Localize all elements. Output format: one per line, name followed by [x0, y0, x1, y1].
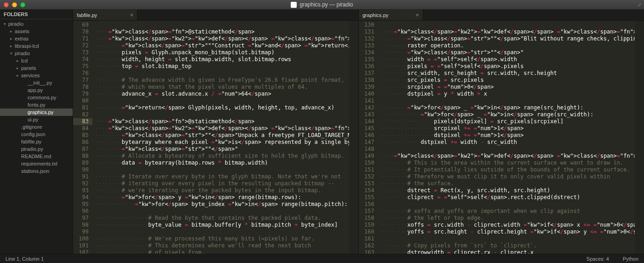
tree-item-label: graphics.py — [28, 109, 53, 115]
folder-item[interactable]: ▸assets — [0, 28, 73, 35]
folder-item[interactable]: ▸services — [0, 72, 73, 79]
code-right[interactable]: ····="kw">class</span>="kw2">="kw">def</… — [378, 21, 635, 254]
window-title-text: graphics.py — piradio — [299, 1, 353, 8]
chevron-right-icon[interactable]: ▸ — [9, 36, 13, 41]
chevron-right-icon[interactable]: ▸ — [9, 44, 13, 48]
status-indent[interactable]: Spaces: 4 — [586, 256, 609, 262]
folder-item[interactable]: ▸libraspi-lcd — [0, 42, 73, 50]
tree-item-label: libraspi-lcd — [15, 43, 39, 49]
folder-item[interactable]: ▸panels — [0, 64, 73, 72]
titlebar: graphics.py — piradio ⤢ — [0, 0, 644, 10]
tree-item-label: fonts.py — [28, 102, 46, 108]
editor-pane-right: graphics.py × 13013113213313413513613713… — [358, 10, 644, 254]
tree-item-label: ui.py — [28, 117, 38, 122]
sidebar-header: FOLDERS — [0, 10, 73, 19]
chevron-right-icon[interactable]: ▸ — [9, 29, 13, 34]
file-item[interactable]: piradio.py — [0, 145, 73, 153]
file-item[interactable]: fabfile.py — [0, 138, 73, 145]
tree-item-label: piradio — [15, 51, 30, 56]
file-item[interactable]: fonts.py — [0, 101, 73, 109]
file-item[interactable]: app.py — [0, 86, 73, 94]
file-item[interactable]: __init__.py — [0, 79, 73, 86]
tree-item-label: __init__.py — [28, 80, 52, 86]
close-tab-icon[interactable]: × — [130, 11, 133, 18]
tree-item-label: extras — [15, 36, 29, 41]
tab-fabfile[interactable]: fabfile.py × — [73, 10, 138, 20]
chevron-right-icon[interactable]: ▸ — [16, 73, 20, 78]
tree-item-label: piradio.py — [21, 146, 43, 152]
python-file-icon — [291, 2, 297, 8]
tab-bar-left[interactable]: fabfile.py × — [73, 10, 358, 21]
tab-label: graphics.py — [362, 12, 388, 18]
tree-item-label: assets — [15, 29, 29, 34]
file-item[interactable]: .gitignore — [0, 123, 73, 131]
chevron-right-icon[interactable]: ▸ — [16, 66, 20, 70]
statusbar: Line 1, Column 1 Spaces: 4 Python — [0, 254, 644, 263]
gutter-right[interactable]: 1301311321331341351361371381391401411421… — [359, 21, 378, 254]
code-left[interactable]: ····="kw">class</span>="fn">@staticmetho… — [92, 21, 349, 254]
tree-item-label: lcd — [21, 58, 28, 63]
tab-bar-right[interactable]: graphics.py × — [359, 10, 644, 21]
window-title: graphics.py — piradio — [0, 1, 644, 8]
file-item[interactable]: commons.py — [0, 94, 73, 101]
sidebar[interactable]: FOLDERS ▾piradio▸assets▸extras▸libraspi-… — [0, 10, 73, 254]
file-item[interactable]: ui.py — [0, 116, 73, 123]
tab-label: fabfile.py — [77, 12, 97, 18]
folder-tree[interactable]: ▾piradio▸assets▸extras▸libraspi-lcd▾pira… — [0, 19, 73, 175]
file-item[interactable]: config.json — [0, 131, 73, 138]
status-language[interactable]: Python — [623, 256, 638, 262]
folder-item[interactable]: ▾piradio — [0, 50, 73, 57]
tree-item-label: config.json — [21, 132, 46, 137]
status-cursor[interactable]: Line 1, Column 1 — [6, 256, 44, 262]
chevron-down-icon[interactable]: ▾ — [3, 22, 7, 26]
folder-item[interactable]: ▸lcd — [0, 57, 73, 64]
file-item[interactable]: README.md — [0, 153, 73, 160]
tab-graphics[interactable]: graphics.py × — [359, 10, 423, 20]
tree-item-label: app.py — [28, 87, 43, 93]
tree-item-label: fabfile.py — [21, 139, 41, 144]
tree-item-label: piradio — [8, 21, 23, 27]
tree-item-label: requirements.txt — [21, 161, 58, 166]
file-item[interactable]: graphics.py — [0, 109, 73, 116]
tree-item-label: .gitignore — [21, 124, 42, 130]
tree-item-label: stations.json — [21, 168, 49, 174]
tree-item-label: README.md — [21, 154, 51, 159]
chevron-down-icon[interactable]: ▾ — [9, 51, 13, 56]
chevron-right-icon[interactable]: ▸ — [16, 58, 20, 63]
editor-pane-left: fabfile.py × 697071727374757677787980818… — [73, 10, 358, 254]
tree-item-label: services — [21, 73, 40, 78]
tree-item-label: commons.py — [28, 95, 56, 100]
file-item[interactable]: requirements.txt — [0, 160, 73, 167]
gutter-left[interactable]: 6970717273747576777879808182838485868788… — [73, 21, 92, 254]
minimap-left[interactable] — [349, 21, 358, 254]
minimap-right[interactable] — [635, 21, 644, 254]
folder-item[interactable]: ▾piradio — [0, 20, 73, 28]
close-tab-icon[interactable]: × — [415, 11, 419, 18]
folder-item[interactable]: ▸extras — [0, 35, 73, 42]
tree-item-label: panels — [21, 65, 36, 71]
file-item[interactable]: stations.json — [0, 167, 73, 175]
